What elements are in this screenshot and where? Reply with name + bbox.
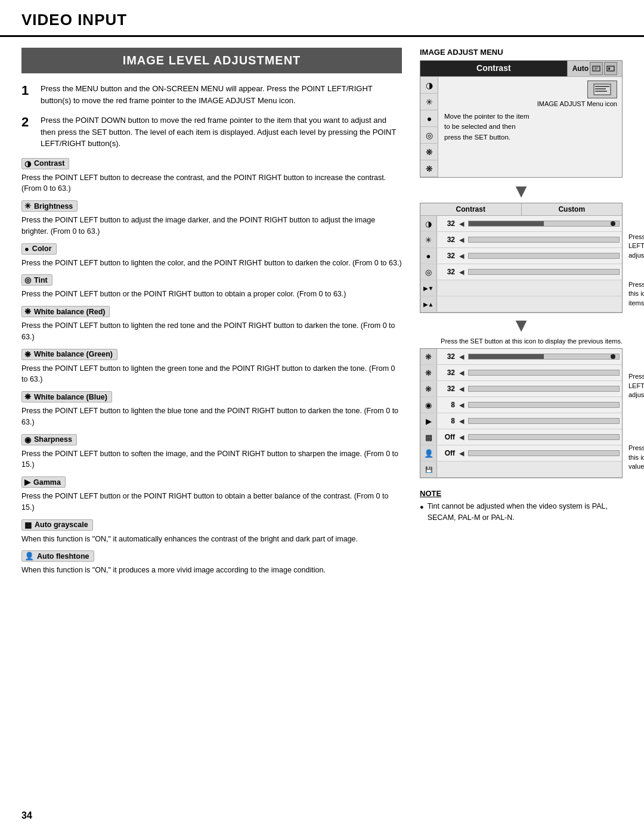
panel-with-sliders: Contrast Custom ◑ 32 ◀ ✳ 32: [420, 203, 623, 313]
menu-icon-cell-6: ❋: [420, 160, 438, 177]
left-column: IMAGE LEVEL ADJUSTMENT 1 Press the MENU …: [21, 37, 402, 582]
feature-auto-grayscale-desc: When this function is "ON," it automatic…: [21, 534, 402, 545]
bottom-row-store: 💾: [420, 462, 622, 478]
feature-auto-fleshtone: 👤 Auto fleshtone When this function is "…: [21, 550, 402, 576]
note-bullet-1: ●: [420, 502, 424, 524]
bottom-row-2: ❋ 32 ◀: [420, 365, 622, 381]
panel-bar-fill-1: [469, 221, 544, 226]
page-title: VIDEO INPUT: [21, 11, 623, 29]
wb-blue-icon: ❋: [24, 392, 31, 401]
menu-panel-mid: Contrast Custom ◑ 32 ◀ ✳ 32: [420, 203, 623, 313]
feature-contrast-label: ◑ Contrast: [21, 158, 69, 169]
color-icon: ●: [24, 244, 29, 253]
svg-rect-7: [595, 88, 606, 89]
bottom-row-4: ◉ 8 ◀: [420, 397, 622, 413]
bottom-bar-7: [468, 450, 620, 456]
panel-icon-4: ◎: [420, 264, 437, 280]
bottom-arrow-6: ◀: [457, 433, 466, 441]
panel-bar-3: [468, 253, 620, 259]
panel-row-1: ◑ 32 ◀: [420, 216, 622, 232]
svg-rect-6: [595, 86, 609, 87]
panel-row-3: ● 32 ◀: [420, 248, 622, 264]
panel-bar-dot-1: [611, 221, 615, 226]
menu-icon-2: [604, 62, 617, 75]
note-text-1: Tint cannot be adjusted when the video s…: [428, 501, 623, 524]
arrow-down-1: ▼: [420, 181, 623, 200]
bottom-icon-2: ❋: [420, 365, 437, 380]
feature-wb-red-desc: Press the POINT LEFT button to lighten t…: [21, 320, 402, 343]
panel-row-4: ◎ 32 ◀: [420, 264, 622, 280]
menu-top-bar: Contrast Auto: [420, 61, 622, 77]
panel-val-1: 32: [437, 219, 457, 228]
callout-adjust-2: Press the POINT LEFT/RIGHT but-tons to a…: [628, 372, 644, 400]
panel-bar-2: [468, 237, 620, 243]
bottom-icon-6: ▩: [420, 429, 437, 445]
menu-annotation: Move the pointer to the item to be selec…: [438, 77, 537, 177]
bottom-row-3: ❋ 32 ◀: [420, 381, 622, 397]
svg-rect-0: [593, 66, 600, 71]
bottom-icon-5: ▶: [420, 413, 437, 429]
bottom-arrow-1: ◀: [457, 353, 466, 361]
brightness-icon: ✳: [24, 202, 31, 210]
panel-icon-1: ◑: [420, 216, 437, 231]
bottom-bar-6: [468, 434, 620, 440]
feature-auto-grayscale: ▩ Auto grayscale When this function is "…: [21, 519, 402, 545]
step-2-number: 2: [21, 114, 35, 150]
feature-color: ● Color Press the POINT LEFT button to l…: [21, 243, 402, 269]
bottom-row-5: ▶ 8 ◀: [420, 413, 622, 429]
bottom-val-7: Off: [437, 449, 457, 457]
feature-tint-label: ◎ Tint: [21, 274, 52, 286]
step-2-text: Press the POINT DOWN button to move the …: [41, 114, 402, 150]
bottom-icon-store: 💾: [420, 462, 437, 477]
panel-bar-1: [468, 221, 620, 227]
bottom-icon-1: ❋: [420, 349, 437, 364]
bottom-val-2: 32: [437, 368, 457, 377]
panel-val-3: 32: [437, 252, 457, 260]
contrast-icon: ◑: [24, 159, 31, 168]
menu-icon-cell-4: ◎: [420, 127, 438, 144]
tab-contrast: Contrast: [420, 61, 567, 76]
svg-rect-8: [595, 91, 607, 92]
feature-color-label: ● Color: [21, 243, 57, 255]
callout-set-other: Press the SET button at this icon to dis…: [628, 280, 644, 308]
feature-contrast: ◑ Contrast Press the POINT LEFT button t…: [21, 158, 402, 195]
panel-bar-4: [468, 269, 620, 275]
svg-rect-4: [608, 67, 610, 70]
panel-header-row: Contrast Custom: [420, 203, 622, 216]
callout-set-prev: Press the SET button at this icon to dis…: [420, 337, 623, 346]
bottom-bar-dot-1: [611, 354, 615, 359]
auto-grayscale-icon: ▩: [24, 521, 32, 529]
panel-icon-nav2: ▶▲: [420, 296, 437, 312]
feature-gamma-desc: Press the POINT LEFT button or the POINT…: [21, 491, 402, 513]
sharpness-icon: ◉: [24, 435, 31, 444]
bottom-val-5: 8: [437, 417, 457, 425]
bottom-row-7: 👤 Off ◀: [420, 445, 622, 462]
wb-green-icon: ❋: [24, 350, 31, 359]
tint-icon: ◎: [24, 275, 31, 284]
bottom-val-4: 8: [437, 401, 457, 409]
panel-icon-3: ●: [420, 248, 437, 264]
feature-wb-green-label: ❋ White balance (Green): [21, 349, 117, 360]
svg-rect-3: [607, 66, 614, 71]
bottom-icon-4: ◉: [420, 397, 437, 413]
feature-wb-red: ❋ White balance (Red) Press the POINT LE…: [21, 306, 402, 343]
feature-tint: ◎ Tint Press the POINT LEFT button or th…: [21, 274, 402, 300]
feature-brightness: ✳ Brightness Press the POINT LEFT button…: [21, 200, 402, 237]
bottom-bar-2: [468, 370, 620, 376]
feature-auto-grayscale-label: ▩ Auto grayscale: [21, 519, 93, 531]
panel-row-nav2: ▶▲: [420, 296, 622, 312]
menu-icon-label: IMAGE ADJUST Menu icon: [537, 77, 622, 177]
feature-contrast-desc: Press the POINT LEFT button to decrease …: [21, 172, 402, 195]
feature-wb-blue-desc: Press the POINT LEFT button to lighten t…: [21, 405, 402, 428]
panel-bottom-area: ❋ 32 ◀ ❋ 32 ◀ ❋ 32 ◀: [420, 348, 623, 478]
note-item-1: ● Tint cannot be adjusted when the video…: [420, 501, 623, 524]
note-title: NOTE: [420, 489, 623, 498]
feature-wb-green: ❋ White balance (Green) Press the POINT …: [21, 349, 402, 386]
page-number: 34: [21, 810, 32, 821]
note-section: NOTE ● Tint cannot be adjusted when the …: [420, 489, 623, 524]
bottom-bar-1: [468, 354, 620, 360]
bottom-bar-3: [468, 386, 620, 392]
bottom-bar-4: [468, 402, 620, 408]
panel-icon-2: ✳: [420, 232, 437, 247]
menu-panel-bottom: ❋ 32 ◀ ❋ 32 ◀ ❋ 32 ◀: [420, 348, 623, 478]
